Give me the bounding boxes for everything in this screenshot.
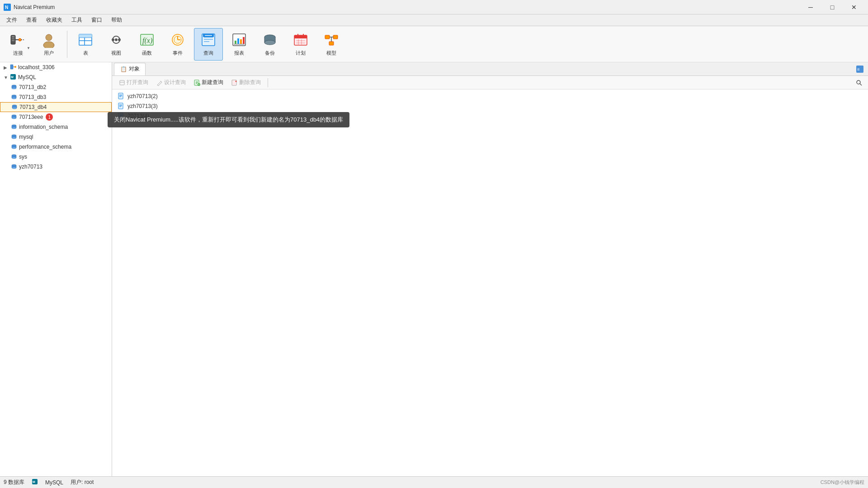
tooltip-overlay: 关闭Navicat Premium.....该软件，重新打开即可看到我们新建的名…: [108, 112, 349, 127]
sidebar-item-mysql-db[interactable]: mysql: [0, 132, 112, 142]
query-item-2[interactable]: yzh70713(3): [112, 101, 868, 111]
toolbar-event[interactable]: 事件: [163, 28, 192, 61]
toolbar-schedule[interactable]: 计划: [286, 28, 315, 61]
svg-text:M: M: [33, 480, 35, 483]
query-toolbar: 打开查询 设计查询 新建查询: [112, 76, 868, 89]
function-label: 函数: [142, 50, 152, 56]
toolbar-model[interactable]: 模型: [317, 28, 346, 61]
open-query-label: 打开查询: [127, 79, 148, 86]
schedule-icon: [292, 32, 309, 48]
db-icon: [11, 124, 17, 130]
db3-label: 70713_db3: [19, 94, 46, 100]
svg-point-122: [857, 80, 860, 84]
db-icon: [11, 114, 17, 120]
menu-help[interactable]: 帮助: [107, 15, 127, 25]
toolbar: 连接 ▼ 用户 表: [0, 26, 868, 62]
menu-tools[interactable]: 工具: [67, 15, 87, 25]
sys-label: sys: [19, 154, 27, 160]
search-button[interactable]: [854, 77, 864, 88]
svg-point-59: [14, 66, 16, 68]
delete-query-label: 删除查询: [239, 79, 261, 86]
svg-line-123: [860, 84, 862, 85]
sidebar-item-sys[interactable]: sys: [0, 152, 112, 162]
svg-rect-4: [12, 38, 14, 39]
query-item-1-label: yzh70713(2): [127, 93, 158, 99]
db-icon: [11, 134, 17, 140]
sidebar-item-performance-schema[interactable]: performance_schema: [0, 142, 112, 152]
sidebar-item-db4[interactable]: 70713_db4: [0, 102, 112, 112]
sidebar-item-yzh70713[interactable]: yzh70713: [0, 162, 112, 172]
delete-query-button[interactable]: 删除查询: [228, 77, 264, 88]
toolbar-view[interactable]: 视图: [102, 28, 131, 61]
svg-rect-3: [12, 36, 14, 38]
svg-point-41: [264, 40, 275, 45]
app-title: Navicat Premium: [14, 4, 55, 10]
svg-rect-35: [237, 38, 239, 44]
toolbar-separator-1: [67, 31, 67, 58]
svg-point-79: [12, 117, 16, 119]
user-label: 用户: [44, 50, 54, 56]
model-icon: [323, 32, 340, 48]
table-label: 表: [83, 50, 88, 56]
db4-label: 70713_db4: [19, 104, 47, 110]
query-icon: [200, 32, 217, 48]
menu-view[interactable]: 查看: [22, 15, 42, 25]
db-type-status: MySQL: [45, 479, 63, 486]
new-query-label: 新建查询: [202, 79, 223, 86]
title-bar: N Navicat Premium ─ □ ✕: [0, 0, 868, 14]
svg-point-20: [118, 38, 121, 41]
menu-file[interactable]: 文件: [2, 15, 22, 25]
svg-rect-36: [240, 39, 242, 44]
menu-bar: 文件 查看 收藏夹 工具 窗口 帮助: [0, 14, 868, 26]
toolbar-user[interactable]: 用户: [34, 28, 63, 61]
db-icon: [11, 164, 17, 170]
backup-icon: [262, 32, 278, 48]
svg-point-69: [12, 97, 16, 99]
toolbar-backup[interactable]: 备份: [255, 28, 284, 61]
connect-label: 连接: [13, 50, 23, 56]
expand-arrow: ▼: [4, 75, 8, 80]
design-query-button[interactable]: 设计查询: [153, 77, 189, 88]
new-query-button[interactable]: 新建查询: [191, 77, 226, 88]
sidebar-item-information-schema[interactable]: information_schema: [0, 122, 112, 132]
minimize-button[interactable]: ─: [800, 0, 821, 14]
backup-label: 备份: [265, 50, 275, 56]
svg-rect-53: [333, 35, 338, 39]
yzh70713-label: yzh70713: [19, 164, 42, 170]
svg-text:f(x): f(x): [142, 37, 152, 45]
svg-rect-34: [235, 41, 236, 44]
toolbar-function[interactable]: f(x) 函数: [132, 28, 161, 61]
toolbar-report[interactable]: 报表: [225, 28, 254, 61]
svg-rect-5: [12, 40, 14, 41]
schedule-label: 计划: [296, 50, 306, 56]
badge-count: 1: [46, 113, 53, 121]
sidebar: ▶ localhost_3306 ▼ M MySQL: [0, 62, 112, 476]
svg-rect-45: [294, 35, 307, 38]
query-item-1[interactable]: yzh70713(2): [112, 91, 868, 101]
toolbar-connect[interactable]: 连接 ▼: [4, 28, 33, 61]
tab-refresh-button[interactable]: ≡: [854, 63, 866, 75]
sidebar-item-localhost[interactable]: ▶ localhost_3306: [0, 62, 112, 72]
report-icon: [231, 32, 247, 48]
status-right: CSDN@小钱学编程: [821, 479, 864, 486]
localhost-label: localhost_3306: [18, 64, 55, 70]
menu-window[interactable]: 窗口: [87, 15, 107, 25]
sidebar-item-mysql[interactable]: ▼ M MySQL: [0, 72, 112, 82]
close-button[interactable]: ✕: [844, 0, 864, 14]
tab-bar: 📋 对象 ≡: [112, 62, 868, 76]
tooltip-text: 关闭Navicat Premium.....该软件，重新打开即可看到我们新建的名…: [114, 116, 343, 123]
sidebar-item-70713eee[interactable]: 70713eee 1: [0, 112, 112, 122]
menu-favorites[interactable]: 收藏夹: [42, 15, 67, 25]
open-query-button[interactable]: 打开查询: [116, 77, 151, 88]
sidebar-item-db2[interactable]: 70713_db2: [0, 82, 112, 92]
svg-point-89: [12, 137, 16, 139]
svg-text:≡: ≡: [857, 67, 860, 72]
toolbar-table[interactable]: 表: [71, 28, 100, 61]
sidebar-item-db3[interactable]: 70713_db3: [0, 92, 112, 102]
db-icon: [11, 94, 17, 100]
event-label: 事件: [173, 50, 183, 56]
toolbar-query[interactable]: 查询: [194, 28, 223, 61]
svg-rect-37: [243, 37, 245, 44]
maximize-button[interactable]: □: [822, 0, 843, 14]
tab-objects[interactable]: 📋 对象: [114, 63, 146, 75]
